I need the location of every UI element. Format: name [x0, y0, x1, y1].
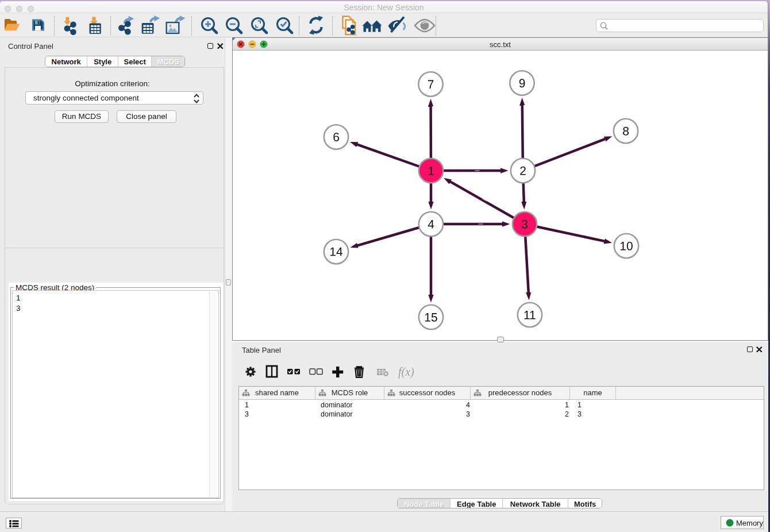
svg-text:11: 11	[523, 309, 536, 322]
svg-text:2: 2	[519, 165, 526, 178]
svg-text:8: 8	[622, 125, 629, 138]
svg-text:14: 14	[329, 245, 343, 259]
svg-text:4: 4	[428, 218, 434, 231]
svg-text:1: 1	[428, 164, 434, 178]
svg-text:9: 9	[519, 77, 526, 90]
svg-text:10: 10	[619, 240, 633, 253]
svg-text:15: 15	[424, 311, 437, 324]
svg-text:6: 6	[333, 131, 340, 144]
svg-text:f(x): f(x)	[398, 365, 414, 379]
svg-text:3: 3	[521, 218, 528, 232]
svg-text:7: 7	[428, 78, 434, 91]
